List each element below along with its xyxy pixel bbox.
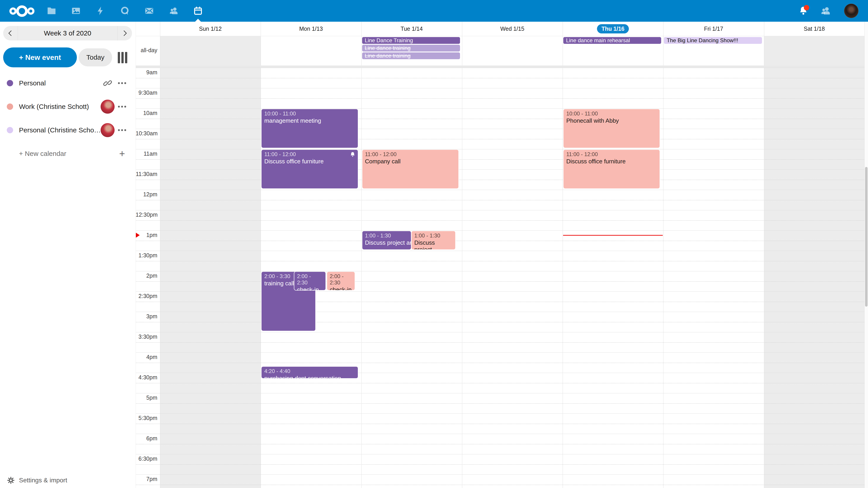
event-time: 11:00 - 12:00 [365,151,456,158]
allday-event[interactable]: Line dance training [362,45,460,52]
event-title: Phonecall with Abby [566,117,657,124]
time-label: 9am [135,69,157,76]
notifications-bell-icon[interactable] [798,6,808,16]
event[interactable]: 10:00 - 11:00management meeting [261,109,358,148]
time-label: 11:30am [135,171,157,177]
time-label: 12pm [135,191,157,198]
event-title: check-in [330,286,352,291]
slot-line [135,332,865,332]
event-title: Discuss office furniture [566,158,657,165]
user-avatar[interactable] [844,4,859,18]
event-time: 11:00 - 12:00 [264,151,355,158]
time-label: 9:30am [135,90,157,96]
allday-event[interactable]: Line dance main rehearsal [563,37,661,44]
current-time-arrow [136,233,140,238]
quarter-slot-line [135,200,865,200]
app-contacts-icon[interactable] [168,0,179,22]
slot-line [135,230,865,231]
event-time: 4:20 - 4:40 [264,368,355,375]
day-header[interactable]: Sun 1/12 [160,22,260,36]
time-label: 6pm [135,435,157,442]
time-label: 11am [135,151,157,157]
gear-icon [7,476,15,484]
today-button[interactable]: Today [79,48,112,66]
quarter-slot-line [135,180,865,180]
slot-line [135,291,865,292]
event[interactable]: 10:00 - 11:00Phonecall with Abby [563,109,660,148]
column-border [462,22,462,488]
plus-icon: + [115,149,129,159]
new-event-button[interactable]: + New event [3,47,77,67]
slot-line [135,454,865,454]
allday-event[interactable]: Line Dance Training [362,37,460,44]
time-label: 4:30pm [135,374,157,381]
app-mail-icon[interactable] [144,0,154,22]
scrollbar-track[interactable] [864,22,868,488]
event-time: 11:00 - 12:00 [566,151,657,158]
slot-line [135,169,865,170]
allday-event[interactable]: The Big Line Dancing Show!!! [664,37,762,44]
event[interactable]: 2:00 - 2:30check-in [327,271,355,291]
day-header[interactable]: Sat 1/18 [764,22,865,36]
quarter-slot-line [135,363,865,363]
top-bar [0,0,868,22]
quarter-slot-line [135,98,865,99]
calendar-actions-menu[interactable] [115,106,129,107]
sidebar-calendar-item[interactable]: Work (Christine Schott) [0,95,135,119]
event-time: 2:00 - 2:30 [297,273,323,286]
time-label: 10:30am [135,130,157,137]
event-title: purchasing dept conversation [264,375,355,379]
quarter-slot-line [135,444,865,445]
day-header[interactable]: Thu 1/16 [563,22,663,36]
quarter-slot-line [135,322,865,322]
settings-and-import[interactable]: Settings & import [7,476,67,484]
app-files-icon[interactable] [46,0,57,22]
event-time: 2:00 - 2:30 [330,273,352,286]
quarter-slot-line [135,281,865,282]
app-talk-icon[interactable] [120,0,130,22]
quarter-slot-line [135,139,865,139]
topbar-right [798,0,868,22]
new-calendar-button[interactable]: + New calendar+ [0,142,135,165]
calendar-actions-menu[interactable] [115,129,129,131]
app-activity-icon[interactable] [95,0,105,22]
event[interactable]: 2:00 - 2:30check-in [294,271,326,291]
app-menu [46,0,203,22]
contacts-menu-icon[interactable] [820,5,831,16]
calendar-name: Personal (Christine Scho… [19,126,100,134]
calendar-color-dot [7,127,13,133]
previous-week-button[interactable] [3,26,18,40]
calendar-color-dot [7,80,13,86]
event[interactable]: 1:00 - 1:30Discuss project announcement [362,231,412,250]
event[interactable]: 4:20 - 4:40purchasing dept conversation [261,366,358,379]
sidebar-calendar-item[interactable]: Personal [0,71,135,95]
day-header[interactable]: Mon 1/13 [260,22,361,36]
allday-event[interactable]: Line dance training [362,53,460,59]
event-title: management meeting [264,117,355,124]
calendar-actions-menu[interactable] [115,82,129,84]
day-header[interactable]: Wed 1/15 [462,22,563,36]
event[interactable]: 11:00 - 12:00Company call [362,149,459,189]
nextcloud-logo[interactable] [8,4,35,19]
slot-line [135,129,865,129]
day-header[interactable]: Tue 1/14 [362,22,462,36]
week-label[interactable]: Week 3 of 2020 [18,26,118,40]
event[interactable]: 11:00 - 12:00Discuss office furniture [261,149,358,189]
view-switcher-button[interactable] [118,52,127,63]
allday-separator [135,66,865,68]
scrollbar-thumb[interactable] [865,167,868,306]
column-border [160,22,160,488]
event[interactable]: 1:00 - 1:30Discuss project announcement [411,231,456,250]
next-week-button[interactable] [118,26,132,40]
sidebar-calendar-item[interactable]: Personal (Christine Scho… [0,119,135,142]
day-header[interactable]: Fri 1/17 [663,22,764,36]
week-navigation: Week 3 of 2020 [3,26,132,40]
app-photos-icon[interactable] [71,0,81,22]
quarter-slot-line [135,159,865,160]
app-calendar-icon[interactable] [193,0,203,22]
calendar-week-view: all-day Sun 1/12Mon 1/13Tue 1/14Wed 1/15… [135,22,868,488]
calendar-name: Work (Christine Schott) [19,103,100,110]
event[interactable]: 11:00 - 12:00Discuss office furniture [563,149,660,189]
quarter-slot-line [135,383,865,383]
event-title: Discuss project announcement [365,239,408,246]
